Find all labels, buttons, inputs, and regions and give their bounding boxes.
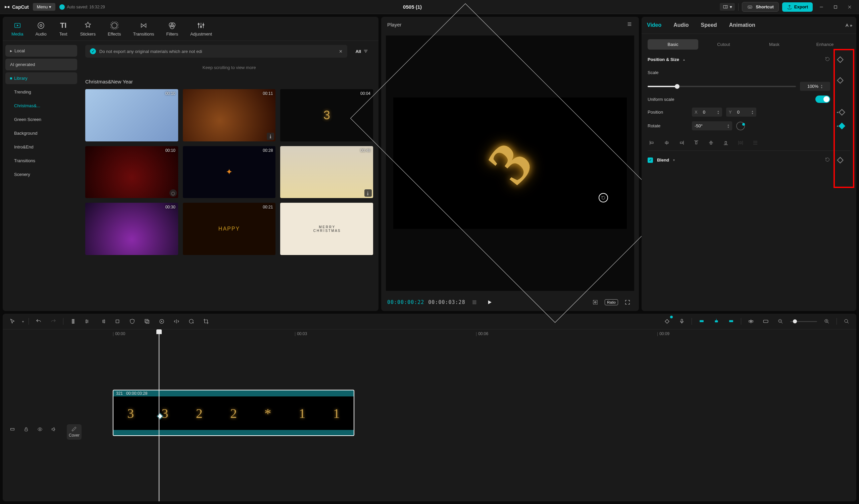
scale-fit-button[interactable] xyxy=(590,297,601,308)
align-vcenter-button[interactable] xyxy=(707,138,715,147)
tab-video[interactable]: Video xyxy=(646,17,663,33)
rotate-handle[interactable] xyxy=(599,193,608,202)
all-filter-button[interactable]: All xyxy=(351,46,373,57)
mirror-button[interactable] xyxy=(171,316,182,326)
snap-button[interactable] xyxy=(746,316,756,326)
tab-audio[interactable]: Audio xyxy=(29,17,52,41)
stepper[interactable]: ▲▼ xyxy=(717,110,719,115)
undo-button[interactable] xyxy=(33,316,44,326)
media-thumb[interactable]: 00:10◌ xyxy=(85,146,178,199)
download-icon[interactable]: ⭳ xyxy=(267,133,274,140)
media-thumb[interactable]: 00:30 xyxy=(85,203,178,255)
sidebar-introend[interactable]: Intro&End xyxy=(5,141,77,153)
copy-button[interactable] xyxy=(142,316,152,326)
position-y-input[interactable]: Y0▲▼ xyxy=(726,108,756,116)
prev-frame-button[interactable] xyxy=(469,297,480,308)
subtab-cutout[interactable]: Cutout xyxy=(698,39,749,50)
shortcut-button[interactable]: Shortcut xyxy=(742,2,779,12)
video-clip[interactable]: 321 00:00:03:28 3 3 2 2 * 1 1 xyxy=(113,390,355,436)
track-view-button[interactable] xyxy=(761,316,771,326)
keyframe-toggle[interactable] xyxy=(837,56,844,63)
prev-keyframe[interactable]: ◂ xyxy=(837,124,838,128)
selection-tool-button[interactable] xyxy=(7,316,17,326)
split-button[interactable] xyxy=(68,316,78,326)
fullscreen-button[interactable] xyxy=(622,297,633,308)
scale-slider[interactable] xyxy=(648,86,796,87)
stepper[interactable]: ▲▼ xyxy=(727,124,729,128)
keyframe-toggle[interactable] xyxy=(837,157,844,163)
track-visibility-button[interactable] xyxy=(35,424,45,434)
reverse-button[interactable] xyxy=(157,316,167,326)
sidebar-christmas[interactable]: Christmas&... xyxy=(5,100,77,112)
tool-dropdown[interactable]: ▾ xyxy=(22,320,24,324)
track-mute-button[interactable] xyxy=(49,424,59,434)
stepper[interactable]: ▲▼ xyxy=(820,84,823,89)
sidebar-background[interactable]: Background xyxy=(5,127,77,139)
play-button[interactable] xyxy=(484,297,495,308)
record-button[interactable] xyxy=(677,316,687,326)
tab-stickers[interactable]: Stickers xyxy=(74,17,102,41)
redo-button[interactable] xyxy=(48,316,58,326)
reset-blend-button[interactable] xyxy=(825,157,830,163)
sidebar-library[interactable]: Library xyxy=(5,73,77,84)
keyframe-toggle-active[interactable] xyxy=(839,123,845,129)
tab-adjustment[interactable]: Adjustment xyxy=(184,17,218,41)
cover-button[interactable]: Cover xyxy=(67,424,81,440)
rotate-input[interactable]: -50°▲▼ xyxy=(692,121,732,130)
tab-filters[interactable]: Filters xyxy=(161,17,184,41)
close-notice-button[interactable]: ✕ xyxy=(339,49,343,54)
align-top-button[interactable] xyxy=(692,138,700,147)
track-collapse-button[interactable] xyxy=(7,424,17,434)
blend-checkbox[interactable]: ✓ xyxy=(648,157,653,163)
sidebar-scenery[interactable]: Scenery xyxy=(5,169,77,180)
prev-keyframe[interactable]: ◂ xyxy=(837,110,838,114)
sidebar-transitions[interactable]: Transitions xyxy=(5,155,77,167)
ratio-button[interactable]: Ratio xyxy=(605,299,618,305)
scale-input[interactable]: 100%▲▼ xyxy=(800,82,830,91)
player-menu-button[interactable] xyxy=(626,21,633,28)
rotate-dial[interactable] xyxy=(736,122,745,130)
keyframe-toggle[interactable] xyxy=(839,109,845,115)
align-left-button[interactable] xyxy=(648,138,656,147)
align-hcenter-button[interactable] xyxy=(662,138,671,147)
tabs-overflow[interactable]: A» xyxy=(846,17,852,33)
tab-text[interactable]: TIText xyxy=(53,17,74,41)
auto-subtitle-button[interactable] xyxy=(662,316,672,326)
sidebar-local[interactable]: ▸Local xyxy=(5,45,77,57)
zoom-in-button[interactable] xyxy=(822,316,832,326)
stepper[interactable]: ▲▼ xyxy=(751,110,754,115)
align-bottom-button[interactable] xyxy=(721,138,730,147)
subtab-basic[interactable]: Basic xyxy=(648,39,698,50)
keyframe-toggle[interactable] xyxy=(837,77,844,84)
preview-axis-button[interactable] xyxy=(726,316,736,326)
timeline-tracks[interactable]: 00:00 00:03 00:06 00:09 321 00:00:03:28 … xyxy=(87,329,856,501)
zoom-out-button[interactable] xyxy=(775,316,785,326)
export-button[interactable]: Export xyxy=(782,2,813,12)
align-right-button[interactable] xyxy=(677,138,686,147)
media-thumb[interactable]: 00:11⭳ xyxy=(183,89,276,141)
shield-button[interactable] xyxy=(127,316,137,326)
sidebar-ai[interactable]: AI generated xyxy=(5,59,77,70)
media-thumb[interactable]: 00:043 xyxy=(280,89,373,141)
media-thumb[interactable]: 00:10 xyxy=(85,89,178,141)
tab-speed[interactable]: Speed xyxy=(699,17,719,33)
tab-effects[interactable]: Effects xyxy=(102,17,127,41)
sidebar-trending[interactable]: Trending xyxy=(5,86,77,98)
tab-audio-insp[interactable]: Audio xyxy=(672,17,690,33)
tab-media[interactable]: Media xyxy=(5,17,29,41)
media-thumb[interactable]: 00:21HAPPY xyxy=(183,203,276,255)
zoom-slider[interactable] xyxy=(790,321,817,322)
layout-preset-button[interactable]: ▾ xyxy=(720,3,735,11)
close-button[interactable] xyxy=(844,2,855,12)
rotate-button[interactable] xyxy=(186,316,196,326)
player-canvas[interactable]: 3 xyxy=(386,35,634,291)
subtab-mask[interactable]: Mask xyxy=(749,39,800,50)
maximize-button[interactable] xyxy=(830,2,841,12)
minimize-button[interactable] xyxy=(816,2,827,12)
tab-animation[interactable]: Animation xyxy=(728,17,757,33)
media-thumb[interactable]: 00:28✦ xyxy=(183,146,276,199)
track-lock-button[interactable] xyxy=(21,424,31,434)
playhead[interactable] xyxy=(159,329,160,501)
reset-section-button[interactable] xyxy=(825,56,830,63)
media-thumb[interactable]: M E R R YC H R I S T M A S xyxy=(280,203,373,255)
